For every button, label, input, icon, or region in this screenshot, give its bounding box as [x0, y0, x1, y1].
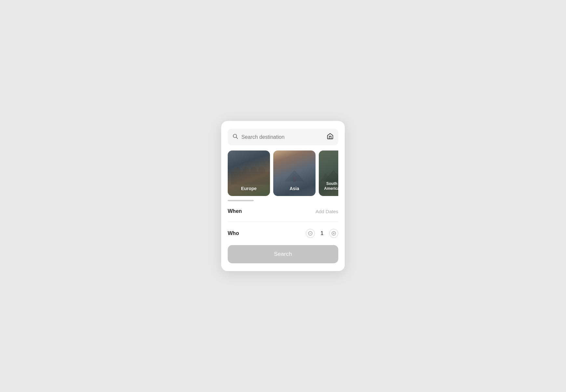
travel-search-card: Europe Asia: [221, 121, 345, 271]
decrement-button[interactable]: [306, 229, 315, 238]
svg-point-0: [233, 134, 237, 138]
destination-europe[interactable]: Europe: [228, 150, 270, 196]
search-bar-section: [221, 121, 345, 145]
asia-label: Asia: [273, 186, 316, 191]
who-label: Who: [228, 230, 239, 236]
guest-count: 1: [319, 230, 325, 237]
svg-rect-2: [231, 172, 270, 185]
europe-label: Europe: [228, 186, 270, 191]
search-bar: [228, 129, 338, 145]
when-row[interactable]: When Add Dates: [228, 201, 338, 222]
bottom-panel: When Add Dates Who 1: [221, 201, 345, 271]
increment-button[interactable]: [329, 229, 338, 238]
search-btn-section: Search: [228, 245, 338, 271]
svg-line-1: [236, 137, 238, 139]
destinations-scroll: Europe Asia: [228, 150, 338, 196]
svg-rect-5: [293, 178, 296, 182]
who-row: Who 1: [228, 222, 338, 245]
south-america-label: SouthAmerica: [319, 181, 338, 191]
divider-section: [221, 196, 345, 201]
destination-south-america[interactable]: SouthAmerica: [319, 150, 338, 196]
destination-asia[interactable]: Asia: [273, 150, 316, 196]
search-button[interactable]: Search: [228, 245, 338, 263]
when-label: When: [228, 208, 242, 214]
home-icon[interactable]: [327, 133, 334, 141]
search-icon: [232, 133, 238, 141]
add-dates-action[interactable]: Add Dates: [316, 209, 338, 214]
destinations-section: Europe Asia: [221, 145, 345, 196]
guest-stepper: 1: [306, 229, 338, 238]
search-input[interactable]: [241, 134, 323, 140]
